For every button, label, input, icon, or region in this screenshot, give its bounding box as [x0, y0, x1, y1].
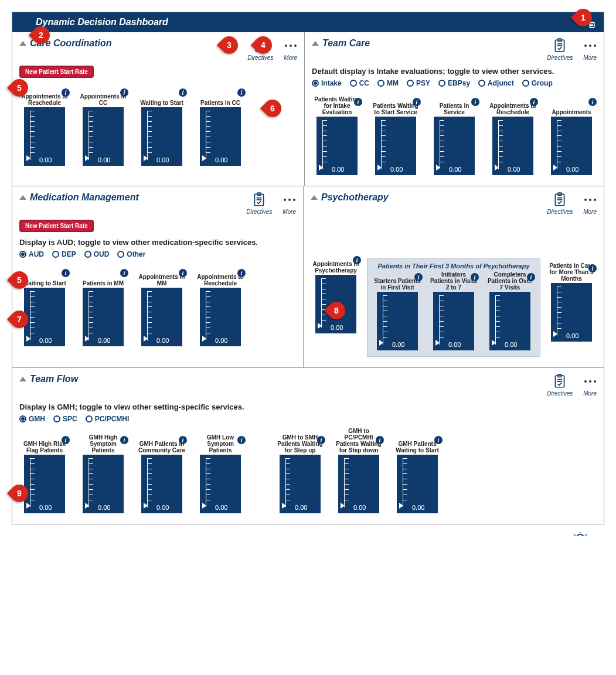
gauge-value: 0.00: [412, 504, 424, 511]
gauge-body: 0.00: [83, 288, 124, 346]
dashboard-title: Dynamic Decision Dashboard: [36, 17, 168, 27]
collapse-toggle[interactable]: [19, 41, 26, 46]
info-icon[interactable]: i: [527, 273, 535, 281]
more-button[interactable]: More: [283, 192, 296, 215]
gauge-body: 0.00: [200, 455, 241, 513]
collapse-toggle[interactable]: [311, 195, 318, 200]
gauge: Patients Waiting to Start Servicei0.00: [370, 98, 421, 175]
info-icon[interactable]: i: [179, 436, 187, 444]
info-icon[interactable]: i: [237, 269, 246, 277]
radio-option[interactable]: GMH: [19, 415, 45, 423]
gauge-body: 0.00: [141, 455, 182, 513]
directives-button[interactable]: Directives: [247, 38, 273, 61]
gauge: Appointments to Reschedulei0.00: [488, 98, 538, 175]
info-icon[interactable]: i: [530, 98, 538, 106]
panel-title-text: Psychotherapy: [321, 192, 389, 203]
more-button[interactable]: More: [284, 38, 297, 61]
more-button[interactable]: More: [583, 38, 597, 61]
svg-point-0: [584, 16, 588, 20]
directives-button[interactable]: Directives: [246, 192, 272, 215]
info-icon[interactable]: i: [120, 269, 128, 277]
gauge-row-tc: Patients Waiting for Intake Evaluationi0…: [312, 98, 597, 175]
gauge-body: 0.00: [280, 455, 321, 513]
info-icon[interactable]: i: [588, 98, 597, 106]
radio-circle-icon: [438, 80, 445, 87]
panel-subtext: Display is GMH; toggle to view other set…: [19, 403, 597, 411]
directives-button[interactable]: Directives: [547, 374, 573, 397]
collapse-toggle[interactable]: [312, 41, 319, 46]
info-icon[interactable]: i: [471, 273, 479, 281]
radio-option[interactable]: Intake: [312, 79, 342, 87]
radio-option[interactable]: PSY: [407, 79, 430, 87]
more-button[interactable]: More: [583, 192, 597, 215]
gauge-value: 0.00: [215, 156, 227, 163]
radio-option[interactable]: Group: [522, 79, 553, 87]
gauge-value: 0.00: [508, 166, 520, 173]
gauge: Waiting to Starti0.00: [19, 269, 70, 346]
radio-option[interactable]: OUD: [84, 250, 110, 258]
info-icon[interactable]: i: [120, 88, 128, 97]
gauge: Appointmentsi0.00: [546, 98, 597, 175]
radio-row-team-care: IntakeCCMMPSYEBPsyAdjunctGroup: [312, 79, 597, 87]
radio-circle-icon: [117, 251, 124, 258]
radio-option[interactable]: DEP: [52, 250, 76, 258]
info-icon[interactable]: i: [353, 256, 361, 264]
radio-option[interactable]: SPC: [53, 415, 77, 423]
info-icon[interactable]: i: [471, 98, 479, 106]
radio-option[interactable]: AUD: [19, 250, 44, 258]
radio-option[interactable]: PC/PCMHI: [86, 415, 130, 423]
info-icon[interactable]: i: [354, 98, 362, 106]
radio-circle-icon: [53, 415, 60, 422]
gauge-value: 0.00: [98, 156, 110, 163]
dashboard-frame: Dynamic Decision Dashboard Care Coordina…: [12, 12, 604, 524]
gauge-value: 0.00: [449, 166, 461, 173]
gauge-body: 0.00: [551, 117, 592, 175]
radio-option[interactable]: Other: [117, 250, 145, 258]
gauge-value: 0.00: [39, 504, 52, 511]
directives-button[interactable]: Directives: [547, 38, 573, 61]
info-icon[interactable]: i: [62, 88, 70, 97]
gauge: GMH High Symptom Patientsi0.00: [78, 436, 128, 513]
radio-option[interactable]: CC: [350, 79, 369, 87]
gauge-body: 0.00: [24, 455, 65, 513]
collapse-toggle[interactable]: [19, 377, 26, 381]
radio-label: SPC: [63, 415, 77, 423]
info-icon[interactable]: i: [376, 436, 384, 444]
gauge: Initiators Patients in Visits 2 to 7i0.0…: [428, 273, 479, 350]
radio-circle-icon: [19, 251, 26, 258]
info-icon[interactable]: i: [588, 264, 597, 272]
radio-option[interactable]: Adjunct: [478, 79, 514, 87]
info-icon[interactable]: i: [237, 436, 246, 444]
radio-option[interactable]: EBPsy: [438, 79, 470, 87]
new-patient-start-rate-button[interactable]: New Patient Start Rate: [19, 220, 94, 232]
info-icon[interactable]: i: [120, 436, 128, 444]
info-icon[interactable]: i: [62, 269, 70, 277]
gauge-value: 0.00: [505, 341, 517, 348]
gauge-body: 0.00: [434, 117, 475, 175]
gauge-value: 0.00: [566, 166, 578, 173]
info-icon[interactable]: i: [179, 88, 187, 97]
gauge-value: 0.00: [215, 337, 227, 344]
radio-option[interactable]: MM: [377, 79, 399, 87]
directives-button[interactable]: Directives: [547, 192, 573, 215]
gauge-body: 0.00: [492, 117, 533, 175]
collapse-toggle[interactable]: [19, 195, 26, 200]
gauge-value: 0.00: [295, 504, 307, 511]
community-button[interactable]: COMMUNITY: [562, 532, 598, 536]
gauge-value: 0.00: [98, 337, 110, 344]
info-icon[interactable]: i: [413, 98, 421, 106]
gauge-value: 0.00: [566, 332, 578, 339]
radio-circle-icon: [350, 80, 357, 87]
info-icon[interactable]: i: [179, 269, 187, 277]
info-icon[interactable]: i: [62, 436, 70, 444]
person-icon[interactable]: [580, 13, 595, 31]
more-dots-icon: [284, 192, 295, 207]
info-icon[interactable]: i: [434, 436, 443, 444]
more-button[interactable]: More: [583, 374, 597, 397]
info-icon[interactable]: i: [414, 273, 423, 281]
gauge-body: 0.00: [200, 107, 241, 166]
info-icon[interactable]: i: [237, 88, 246, 97]
panel-care-coordination: Care Coordination Directives More New Pa…: [12, 32, 305, 186]
info-icon[interactable]: i: [317, 436, 325, 444]
new-patient-start-rate-button[interactable]: New Patient Start Rate: [19, 66, 94, 78]
